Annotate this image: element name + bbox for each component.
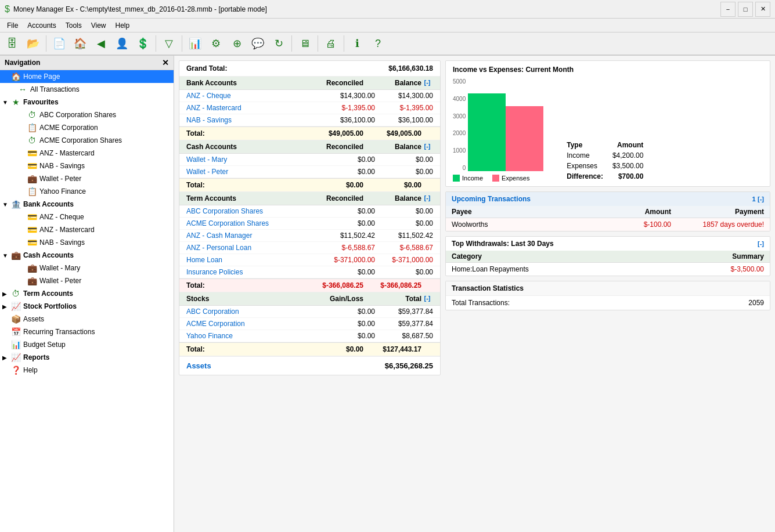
term-home-loan-balance: $-371,000.00 xyxy=(375,256,433,264)
upcoming-header: Upcoming Transactions 1 [-] xyxy=(446,192,770,206)
sidebar-item-yahoo-finance[interactable]: 📋 Yahoo Finance xyxy=(0,185,174,198)
term-home-loan-link[interactable]: Home Loan xyxy=(186,256,317,264)
stats-header: Transaction Statistics xyxy=(446,281,770,296)
sidebar-item-abc-corp-shares[interactable]: ⏱ ABC Corporation Shares xyxy=(0,108,174,121)
settings-button[interactable]: ⚙ xyxy=(206,34,226,53)
sidebar-item-wallet-mary[interactable]: 💼 Wallet - Mary xyxy=(0,262,174,274)
sidebar-item-anz-mastercard[interactable]: 💳 ANZ - Mastercard xyxy=(0,147,174,160)
sidebar-item-anz-mc2-label: ANZ - Mastercard xyxy=(39,226,95,234)
wallet-peter-icon: 💼 xyxy=(27,174,37,183)
stocks-total: Total: $0.00 $127,443.17 xyxy=(179,342,440,356)
term-accounts-icon: ⏱ xyxy=(10,289,21,298)
stock-acme-corp-link[interactable]: ACME Corporation xyxy=(186,320,317,328)
report-button[interactable]: 📊 xyxy=(185,34,205,53)
bank-accounts-section-label: Bank Accounts xyxy=(186,79,305,87)
chart-income-type: Income xyxy=(562,150,608,161)
bank-nab-savings-link[interactable]: NAB - Savings xyxy=(186,116,317,124)
withdrawals-toggle[interactable]: [-] xyxy=(758,240,764,247)
bank-accounts-toggle[interactable]: [-] xyxy=(421,79,433,87)
menu-file[interactable]: File xyxy=(2,20,23,31)
bank-anz-mc-link[interactable]: ANZ - Mastercard xyxy=(186,104,317,112)
wallet-mary-link[interactable]: Wallet - Mary xyxy=(186,155,317,164)
term-anz-personal-loan-link[interactable]: ANZ - Personal Loan xyxy=(186,244,317,252)
menu-tools[interactable]: Tools xyxy=(61,20,86,31)
sidebar-item-acme-corp-shares[interactable]: ⏱ ACME Corporation Shares xyxy=(0,134,174,147)
toolbar-sep-3 xyxy=(182,35,182,52)
sidebar-item-anz-cheque[interactable]: 💳 ANZ - Cheque xyxy=(0,211,174,223)
chat-button[interactable]: 💬 xyxy=(248,34,268,53)
monitor-button[interactable]: 🖥 xyxy=(295,34,315,53)
cash-accounts-balance-header: Balance xyxy=(363,143,421,151)
help-toolbar-button[interactable]: ? xyxy=(368,34,388,53)
sidebar-item-stock-portfolios[interactable]: ▶ 📈 Stock Portfolios xyxy=(0,300,174,313)
cash-accounts-toggle[interactable]: [-] xyxy=(421,143,433,151)
sidebar-item-nab-savings[interactable]: 💳 NAB - Savings xyxy=(0,160,174,172)
wd-home-loan-summary: $-3,500.00 xyxy=(706,265,764,273)
back-button[interactable]: ◀ xyxy=(91,34,111,53)
minimize-button[interactable]: − xyxy=(720,2,736,17)
add-button[interactable]: ⊕ xyxy=(227,34,247,53)
close-button[interactable]: ✕ xyxy=(755,2,770,17)
user-button[interactable]: 👤 xyxy=(112,34,132,53)
sidebar-item-acme-corp[interactable]: 📋 ACME Corporation xyxy=(0,121,174,134)
cash-accounts-icon: 💼 xyxy=(10,251,21,260)
upcoming-toggle[interactable]: [-] xyxy=(758,196,764,202)
sidebar-item-cash-accounts-label: Cash Accounts xyxy=(23,251,74,259)
sidebar-item-reports[interactable]: ▶ 📈 Reports xyxy=(0,351,174,364)
filter-button[interactable]: ▽ xyxy=(159,34,179,53)
sidebar-item-wallet-peter[interactable]: 💼 Wallet - Peter xyxy=(0,172,174,185)
withdrawals-header: Top Withdrawals: Last 30 Days [-] xyxy=(446,237,770,251)
stock-abc-corp-link[interactable]: ABC Corporation xyxy=(186,307,317,316)
print-button[interactable]: 🖨 xyxy=(321,34,341,53)
right-panel: Income vs Expenses: Current Month 5000 4… xyxy=(445,60,770,375)
sidebar-item-home[interactable]: 🏠 Home Page xyxy=(0,70,174,83)
maximize-button[interactable]: □ xyxy=(738,2,753,17)
info-button[interactable]: ℹ xyxy=(347,34,367,53)
budget-icon: 📊 xyxy=(10,340,21,349)
bank-anz-cheque-link[interactable]: ANZ - Cheque xyxy=(186,92,317,100)
cash-accounts-header: Cash Accounts Reconciled Balance [-] xyxy=(179,140,440,154)
sidebar-item-anz-mc2[interactable]: 💳 ANZ - Mastercard xyxy=(0,223,174,236)
sidebar-item-assets[interactable]: 📦 Assets xyxy=(0,313,174,325)
sidebar-item-all-transactions-label: All Transactions xyxy=(30,85,80,93)
toolbar-sep-6 xyxy=(344,35,344,52)
sidebar-item-budget-label: Budget Setup xyxy=(23,341,66,349)
sidebar-item-bank-accounts[interactable]: ▼ 🏦 Bank Accounts xyxy=(0,198,174,211)
sidebar-item-recurring[interactable]: 📅 Recurring Transactions xyxy=(0,325,174,338)
title-bar-controls[interactable]: − □ ✕ xyxy=(720,2,770,17)
menu-view[interactable]: View xyxy=(86,20,111,31)
menu-accounts[interactable]: Accounts xyxy=(23,20,60,31)
term-insurance-link[interactable]: Insurance Policies xyxy=(186,268,317,276)
sidebar-item-favourites[interactable]: ▼ ★ Favourites xyxy=(0,96,174,108)
home-button[interactable]: 🏠 xyxy=(70,34,90,53)
stock-yahoo-finance-link[interactable]: Yahoo Finance xyxy=(186,332,317,340)
db-button[interactable]: 🗄 xyxy=(2,34,22,53)
open-button[interactable]: 📂 xyxy=(23,34,43,53)
sidebar-item-term-accounts[interactable]: ▶ ⏱ Term Accounts xyxy=(0,287,174,300)
sidebar-item-wallet-peter2[interactable]: 💼 Wallet - Peter xyxy=(0,274,174,287)
sidebar-item-budget[interactable]: 📊 Budget Setup xyxy=(0,338,174,351)
new-doc-button[interactable]: 📄 xyxy=(49,34,69,53)
assets-label[interactable]: Assets xyxy=(186,361,211,370)
sidebar-item-cash-accounts[interactable]: ▼ 💼 Cash Accounts xyxy=(0,249,174,262)
term-accounts-toggle[interactable]: [-] xyxy=(421,194,433,202)
chart-expenses-type: Expenses xyxy=(562,161,608,171)
menu-help[interactable]: Help xyxy=(111,20,135,31)
nav-close-button[interactable]: ✕ xyxy=(162,58,169,67)
term-anz-cash-mgr-link[interactable]: ANZ - Cash Manager xyxy=(186,231,317,240)
yahoo-finance-icon: 📋 xyxy=(27,187,37,196)
stocks-toggle[interactable]: [-] xyxy=(421,295,433,303)
term-acme-corp-shares-link[interactable]: ACME Corporation Shares xyxy=(186,219,317,227)
term-abc-corp-shares-link[interactable]: ABC Corporation Shares xyxy=(186,207,317,215)
anz-cheque-icon: 💳 xyxy=(27,212,37,222)
wallet-peter-link[interactable]: Wallet - Peter xyxy=(186,168,317,176)
dollar-button[interactable]: 💲 xyxy=(133,34,153,53)
sidebar-item-help[interactable]: ❓ Help xyxy=(0,364,174,377)
list-item: Home:Loan Repayments $-3,500.00 xyxy=(446,263,770,276)
refresh-button[interactable]: ↻ xyxy=(269,34,289,53)
sidebar-item-nab-savings2[interactable]: 💳 NAB - Savings xyxy=(0,236,174,249)
sidebar-item-all-transactions[interactable]: ↔ All Transactions xyxy=(0,83,174,96)
wallet-peter2-icon: 💼 xyxy=(27,276,37,285)
table-row: ANZ - Mastercard $-1,395.00 $-1,395.00 xyxy=(179,102,440,114)
wallet-peter-balance: $0.00 xyxy=(375,168,433,176)
